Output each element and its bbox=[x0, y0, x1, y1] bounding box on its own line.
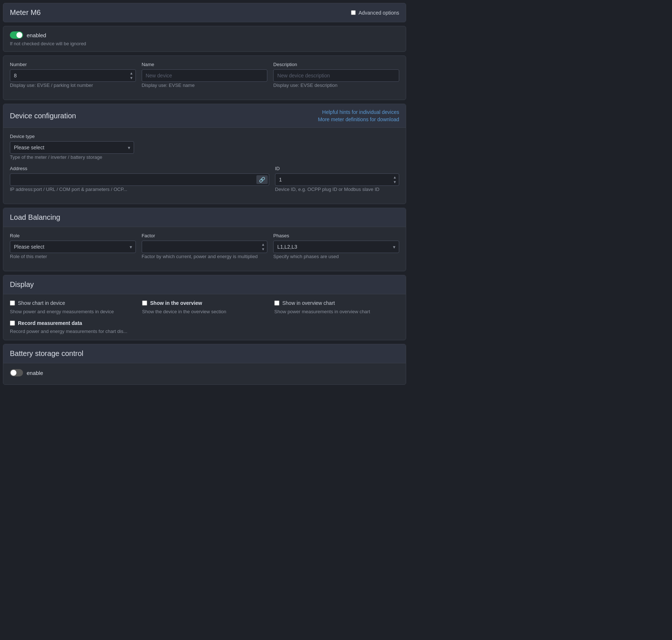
device-type-select-wrapper: Please select bbox=[10, 141, 134, 154]
show-overview-row: Show in the overview bbox=[142, 300, 267, 306]
device-config-section: Device configuration Helpful hints for i… bbox=[3, 104, 406, 204]
factor-input-wrapper: ▲ ▼ bbox=[142, 241, 268, 253]
role-select[interactable]: Please select bbox=[10, 241, 136, 253]
record-label: Record measurement data bbox=[18, 320, 82, 326]
id-input[interactable] bbox=[275, 173, 399, 186]
device-config-header: Device configuration Helpful hints for i… bbox=[3, 104, 406, 128]
battery-toggle[interactable] bbox=[10, 369, 23, 376]
device-config-title: Device configuration bbox=[10, 112, 76, 120]
battery-storage-title: Battery storage control bbox=[10, 349, 83, 358]
id-spinners: ▲ ▼ bbox=[392, 175, 398, 184]
address-icon-btn[interactable]: 🔗 bbox=[256, 175, 268, 184]
show-chart-row: Show chart in device bbox=[10, 300, 135, 306]
id-up[interactable]: ▲ bbox=[392, 175, 398, 180]
enabled-section: enabled If not checked device will be ig… bbox=[3, 26, 406, 52]
hint-link2[interactable]: More meter definitions for download bbox=[318, 116, 399, 122]
factor-group: Factor ▲ ▼ Factor by which current, powe… bbox=[142, 233, 268, 259]
number-input[interactable] bbox=[10, 69, 136, 82]
role-select-wrapper: Please select bbox=[10, 241, 136, 253]
show-chart-item: Show chart in device Show power and ener… bbox=[10, 300, 135, 314]
show-overview-chart-row: Show in overview chart bbox=[274, 300, 399, 306]
number-up[interactable]: ▲ bbox=[129, 71, 134, 76]
description-input[interactable] bbox=[273, 69, 399, 82]
description-hint: Display use: EVSE description bbox=[273, 83, 399, 88]
device-type-select[interactable]: Please select bbox=[10, 141, 134, 154]
factor-down[interactable]: ▼ bbox=[260, 247, 266, 252]
display-grid: Show chart in device Show power and ener… bbox=[10, 300, 399, 314]
id-hint: Device ID, e.g. OCPP plug ID or Modbus s… bbox=[275, 187, 399, 192]
address-input[interactable] bbox=[10, 173, 269, 186]
role-label: Role bbox=[10, 233, 136, 238]
show-overview-chart-label: Show in overview chart bbox=[282, 300, 335, 306]
record-hint: Record power and energy measurements for… bbox=[10, 329, 127, 334]
load-balancing-title: Load Balancing bbox=[10, 213, 60, 222]
load-balancing-header: Load Balancing bbox=[3, 208, 406, 227]
record-checkbox[interactable] bbox=[10, 321, 15, 326]
device-config-links: Helpful hints for individual devices Mor… bbox=[318, 109, 399, 122]
number-group: Number ▲ ▼ Display use: EVSE / parking l… bbox=[10, 62, 136, 88]
factor-spinners: ▲ ▼ bbox=[260, 242, 266, 252]
id-group: ID ▲ ▼ Device ID, e.g. OCPP plug ID or M… bbox=[275, 166, 399, 192]
display-header: Display bbox=[3, 275, 406, 294]
phases-label: Phases bbox=[273, 233, 399, 238]
display-section: Display Show chart in device Show power … bbox=[3, 275, 406, 340]
show-overview-label: Show in the overview bbox=[150, 300, 202, 306]
phases-group: Phases L1,L2,L3 Specify which phases are… bbox=[273, 233, 399, 259]
address-id-row: Address 🔗 IP address:port / URL / COM po… bbox=[10, 166, 399, 192]
advanced-options-label: Advanced options bbox=[359, 10, 399, 16]
device-config-body: Device type Please select Type of the me… bbox=[3, 128, 406, 204]
show-overview-hint: Show the device in the overview section bbox=[142, 309, 267, 314]
show-overview-item: Show in the overview Show the device in … bbox=[142, 300, 267, 314]
device-type-label: Device type bbox=[10, 134, 134, 139]
number-input-wrapper: ▲ ▼ bbox=[10, 69, 136, 82]
load-balancing-body: Role Please select Role of this meter Fa… bbox=[3, 227, 406, 271]
hint-link1[interactable]: Helpful hints for individual devices bbox=[322, 109, 399, 115]
device-type-hint: Type of the meter / inverter / battery s… bbox=[10, 154, 134, 160]
role-hint: Role of this meter bbox=[10, 254, 136, 259]
show-overview-chart-item: Show in overview chart Show power measur… bbox=[274, 300, 399, 314]
battery-storage-header: Battery storage control bbox=[3, 344, 406, 363]
battery-storage-body: enable bbox=[3, 363, 406, 384]
name-label: Name bbox=[142, 62, 268, 67]
phases-select[interactable]: L1,L2,L3 bbox=[273, 241, 399, 253]
basic-info-form-row: Number ▲ ▼ Display use: EVSE / parking l… bbox=[10, 62, 399, 88]
factor-input[interactable] bbox=[142, 241, 268, 253]
description-group: Description Display use: EVSE descriptio… bbox=[273, 62, 399, 88]
enabled-toggle[interactable] bbox=[10, 31, 23, 39]
id-input-wrapper: ▲ ▼ bbox=[275, 173, 399, 186]
advanced-options-checkbox[interactable] bbox=[351, 10, 356, 15]
show-overview-chart-hint: Show power measurements in overview char… bbox=[274, 309, 399, 314]
name-input[interactable] bbox=[142, 69, 268, 82]
show-chart-label: Show chart in device bbox=[18, 300, 65, 306]
battery-toggle-row: enable bbox=[10, 369, 399, 376]
factor-hint: Factor by which current, power and energ… bbox=[142, 254, 268, 259]
id-label: ID bbox=[275, 166, 399, 171]
show-chart-hint: Show power and energy measurements in de… bbox=[10, 309, 135, 314]
display-title: Display bbox=[10, 280, 34, 289]
display-body: Show chart in device Show power and ener… bbox=[3, 294, 406, 340]
device-type-group: Device type Please select Type of the me… bbox=[10, 134, 134, 160]
load-balancing-section: Load Balancing Role Please select Role o… bbox=[3, 208, 406, 271]
show-overview-checkbox[interactable] bbox=[142, 300, 147, 306]
phases-select-wrapper: L1,L2,L3 bbox=[273, 241, 399, 253]
address-input-wrapper: 🔗 bbox=[10, 173, 269, 186]
enabled-hint: If not checked device will be ignored bbox=[10, 41, 399, 46]
name-group: Name Display use: EVSE name bbox=[142, 62, 268, 88]
number-spinners: ▲ ▼ bbox=[129, 71, 134, 80]
factor-up[interactable]: ▲ bbox=[260, 242, 266, 247]
battery-storage-section: Battery storage control enable bbox=[3, 344, 406, 385]
name-hint: Display use: EVSE name bbox=[142, 83, 268, 88]
top-header: Meter M6 Advanced options bbox=[3, 3, 406, 22]
battery-toggle-slider bbox=[10, 369, 23, 376]
basic-info-section: Number ▲ ▼ Display use: EVSE / parking l… bbox=[3, 55, 406, 100]
show-chart-checkbox[interactable] bbox=[10, 300, 15, 306]
description-label: Description bbox=[273, 62, 399, 67]
address-group: Address 🔗 IP address:port / URL / COM po… bbox=[10, 166, 269, 192]
enabled-toggle-row: enabled bbox=[10, 31, 399, 39]
id-down[interactable]: ▼ bbox=[392, 180, 398, 184]
toggle-slider bbox=[10, 31, 23, 39]
address-label: Address bbox=[10, 166, 269, 171]
phases-hint: Specify which phases are used bbox=[273, 254, 399, 259]
show-overview-chart-checkbox[interactable] bbox=[274, 300, 279, 306]
number-down[interactable]: ▼ bbox=[129, 76, 134, 80]
